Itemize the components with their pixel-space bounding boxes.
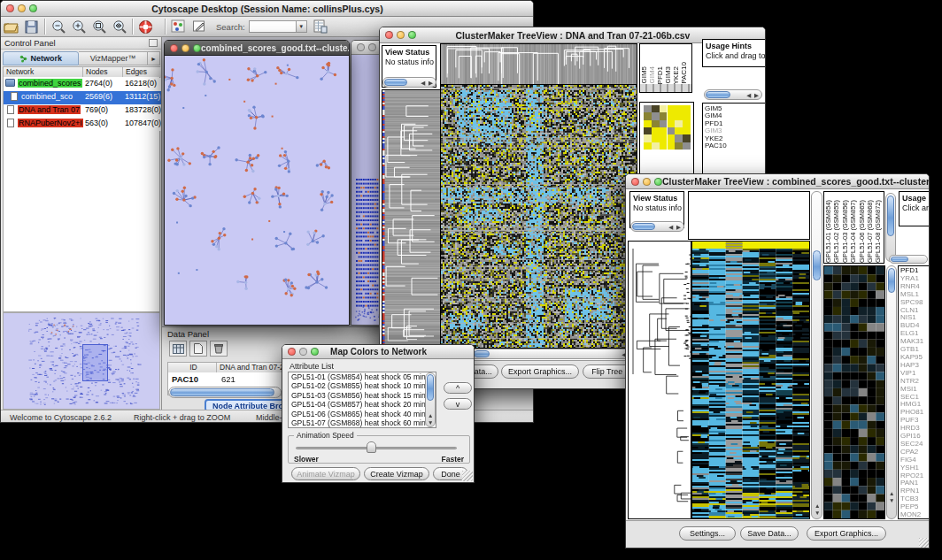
tv1-row-dendrogram[interactable] bbox=[382, 89, 441, 348]
treeview2-titlebar[interactable]: ClusterMaker TreeView : combined_scores_… bbox=[626, 174, 929, 189]
col-edges[interactable]: Edges bbox=[123, 67, 161, 77]
tv2-global-heatmap[interactable] bbox=[691, 241, 810, 519]
search-input[interactable] bbox=[249, 20, 297, 33]
status-middle-hint: Middle- bbox=[256, 413, 282, 422]
attribute-item[interactable]: GPL51-01 (GSM854) heat shock 05 min bbox=[289, 372, 436, 381]
tv2-status-scrollbar[interactable]: ◀ ▶ bbox=[630, 221, 684, 232]
minimize-button[interactable] bbox=[18, 4, 26, 12]
network-row[interactable]: RNAPuberNov2+I 563(0) 107847(0) bbox=[4, 118, 161, 131]
attribute-list-scrollbar[interactable]: ▲ ▼ bbox=[425, 372, 436, 427]
open-folder-icon[interactable] bbox=[3, 19, 19, 35]
search-dropdown-icon[interactable]: ▼ bbox=[297, 20, 307, 33]
attribute-item[interactable]: GPL51-02 (GSM855) heat shock 10 min bbox=[289, 381, 436, 390]
attribute-item[interactable]: GPL51-07 (GSM868) heat shock 60 min bbox=[289, 418, 436, 427]
create-vizmap-button[interactable]: Create Vizmap bbox=[364, 467, 429, 480]
zoom-button[interactable] bbox=[408, 31, 416, 39]
birdseye-viewport-rect[interactable] bbox=[82, 344, 108, 381]
tv2-detail-heatmap[interactable] bbox=[823, 265, 885, 519]
attr-row-id[interactable]: PAC10 bbox=[172, 374, 198, 384]
mini-heatmap-cell bbox=[652, 120, 660, 127]
data-panel-hscrollbar[interactable] bbox=[168, 387, 282, 398]
tv2-column-dendrogram[interactable] bbox=[688, 191, 810, 240]
tv2-usage-hints-title: Usage Hints bbox=[902, 194, 930, 203]
close-button[interactable] bbox=[288, 348, 296, 356]
tab-overflow-arrow[interactable]: ► bbox=[148, 51, 160, 65]
resize-grip[interactable] bbox=[919, 538, 930, 548]
col-id[interactable]: ID bbox=[168, 363, 217, 372]
tv1-status-scrollbar[interactable]: ◀ ▶ bbox=[382, 77, 436, 88]
tv2-row-dendrogram[interactable] bbox=[628, 241, 691, 519]
save-icon[interactable] bbox=[23, 19, 40, 35]
tv1-global-heatmap[interactable] bbox=[440, 84, 637, 349]
mini-heatmap-cell bbox=[668, 134, 676, 142]
zoom-button[interactable] bbox=[193, 44, 201, 52]
attribute-item[interactable]: GPL51-03 (GSM856) heat shock 15 min bbox=[289, 391, 436, 400]
resize-grip[interactable] bbox=[462, 471, 473, 481]
tv1-detail-heatmap[interactable] bbox=[644, 105, 691, 150]
network-row[interactable]: DNA and Tran 07 769(0) 183728(0) bbox=[4, 104, 161, 118]
network-canvas[interactable] bbox=[165, 56, 349, 326]
close-button[interactable] bbox=[170, 44, 178, 52]
node-attributes-icon[interactable] bbox=[170, 19, 187, 35]
col-network[interactable]: Network bbox=[4, 67, 83, 77]
annotation-icon[interactable] bbox=[190, 19, 207, 35]
float-panel-icon[interactable] bbox=[149, 39, 158, 47]
minimize-button[interactable] bbox=[368, 43, 376, 51]
tv2-genelist-hscrollbar[interactable] bbox=[889, 255, 928, 264]
attribute-list[interactable]: GPL51-01 (GSM854) heat shock 05 minGPL51… bbox=[288, 372, 436, 428]
tv1-col-label: GIM3 bbox=[664, 66, 672, 84]
tv2-save-data-button[interactable]: Save Data... bbox=[740, 526, 799, 541]
speed-slider-track[interactable] bbox=[296, 447, 457, 449]
tv1-zoom-controls[interactable] bbox=[639, 84, 692, 93]
attribute-item[interactable]: GPL51-04 (GSM857) heat shock 20 min bbox=[289, 400, 436, 409]
birdseye-view[interactable] bbox=[3, 312, 160, 410]
animate-vizmap-button[interactable]: Animate Vizmap bbox=[291, 467, 360, 480]
attribute-item[interactable]: GPL51-06 (GSM865) heat shock 40 min bbox=[289, 410, 436, 418]
zoom-button[interactable] bbox=[311, 348, 319, 356]
tv1-hints-scrollbar[interactable]: ◀ ▶ bbox=[704, 89, 762, 100]
move-down-button[interactable]: v bbox=[444, 398, 472, 410]
tv2-genelist-vscrollbar[interactable]: ▲ ▼ bbox=[886, 265, 897, 519]
tv2-settings-button[interactable]: Settings... bbox=[679, 526, 736, 541]
new-attribute-icon[interactable] bbox=[189, 341, 207, 357]
minimize-button[interactable] bbox=[643, 178, 651, 186]
close-button[interactable] bbox=[6, 4, 14, 12]
tab-network[interactable]: Network bbox=[3, 51, 79, 65]
col-nodes[interactable]: Nodes bbox=[83, 67, 123, 77]
tab-vizmapper[interactable]: VizMapper™ bbox=[79, 51, 148, 65]
zoom-in-icon[interactable] bbox=[70, 19, 87, 35]
zoom-button[interactable] bbox=[29, 4, 37, 12]
trash-icon[interactable] bbox=[210, 341, 228, 357]
main-titlebar[interactable]: Cytoscape Desktop (Session Name: collins… bbox=[1, 1, 533, 17]
close-button[interactable] bbox=[385, 31, 393, 39]
minimize-button[interactable] bbox=[181, 44, 189, 52]
dialog-titlebar[interactable]: Map Colors to Network bbox=[282, 345, 474, 359]
attr-row-value[interactable]: 621 bbox=[221, 374, 236, 384]
network-canvas-area[interactable] bbox=[165, 56, 349, 325]
zoom-button[interactable] bbox=[654, 178, 662, 186]
tv1-column-dendrogram[interactable] bbox=[440, 43, 637, 85]
minimize-button[interactable] bbox=[397, 31, 405, 39]
move-up-button[interactable]: ^ bbox=[444, 382, 472, 394]
tv1-gene[interactable]: PAC10 bbox=[703, 142, 766, 150]
tv1-export-graphics-button[interactable]: Export Graphics... bbox=[501, 364, 579, 379]
minimize-button[interactable] bbox=[299, 348, 307, 356]
close-button[interactable] bbox=[631, 178, 639, 186]
tv2-labels-scrollbar[interactable] bbox=[885, 193, 896, 262]
network-row[interactable]: combined_scores 2764(0) 16218(0) bbox=[4, 78, 161, 91]
help-lifesaver-icon[interactable] bbox=[137, 19, 154, 35]
zoom-out-icon[interactable] bbox=[50, 19, 66, 35]
speed-slider-thumb[interactable] bbox=[367, 441, 376, 453]
import-table-icon[interactable] bbox=[313, 19, 329, 35]
tv2-global-vscrollbar[interactable]: ▲ ▼ bbox=[811, 191, 822, 519]
network-row-selected[interactable]: combined_sco 2569(6) 13112(15) bbox=[4, 91, 161, 104]
tv2-gene[interactable]: MON2 bbox=[899, 511, 930, 519]
network-view-titlebar[interactable]: combined_scores_good.txt--cluste... bbox=[165, 41, 349, 56]
zoom-selected-icon[interactable] bbox=[90, 19, 107, 35]
zoom-fit-icon[interactable] bbox=[111, 19, 127, 35]
birdseye-canvas[interactable] bbox=[4, 313, 159, 409]
tv2-export-graphics-button[interactable]: Export Graphics... bbox=[807, 526, 886, 541]
table-mode-icon[interactable] bbox=[169, 341, 187, 357]
mini-heatmap-cell bbox=[668, 142, 676, 150]
close-button[interactable] bbox=[357, 43, 365, 51]
